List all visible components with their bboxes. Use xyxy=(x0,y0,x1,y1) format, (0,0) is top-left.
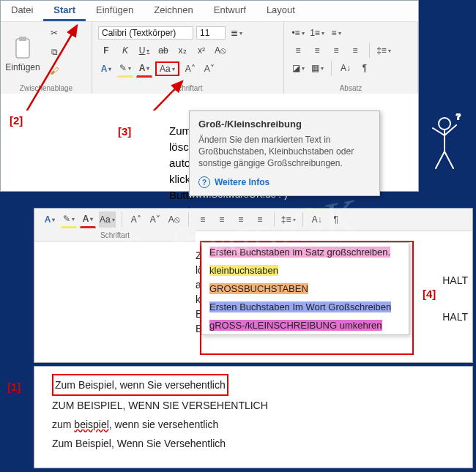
clipboard-icon xyxy=(12,36,33,61)
svg-point-4 xyxy=(439,118,450,130)
grow-font-button[interactable]: A˄ xyxy=(128,211,144,228)
tab-start[interactable]: Start xyxy=(43,1,86,21)
align-left-button[interactable]: ≡ xyxy=(195,211,211,228)
sort-button[interactable]: A↓ xyxy=(338,60,354,76)
menu-item-lowercase[interactable]: kleinbuchstaben xyxy=(202,261,409,280)
bold-button[interactable]: F xyxy=(98,42,114,59)
align-center-button[interactable]: ≡ xyxy=(309,42,325,59)
tooltip-body: Ändern Sie den markierten Text in Großbu… xyxy=(198,134,371,169)
copy-icon: ⧉ xyxy=(51,47,58,57)
ribbon-tabs: Datei Start Einfügen Zeichnen Entwurf La… xyxy=(1,1,418,22)
menu-item-uppercase[interactable]: GROSSBUCHSTABEN xyxy=(202,280,409,298)
font-color-button[interactable]: A▾ xyxy=(80,211,96,228)
group-font-title-2: Schriftart xyxy=(34,231,196,241)
change-case-button[interactable]: Aa▾ xyxy=(155,61,179,76)
shrink-font-button[interactable]: A˅ xyxy=(201,61,217,77)
stick-figure-icon: ? xyxy=(427,113,467,172)
justify-button[interactable]: ≡ xyxy=(347,42,363,59)
tooltip-more-link[interactable]: ? Weitere Infos xyxy=(198,176,371,188)
borders-button[interactable]: ▦▾ xyxy=(309,60,325,76)
label-4: [4] xyxy=(423,288,436,300)
group-paragraph-title: Absatz xyxy=(284,84,417,92)
font-name-select[interactable]: Calibri (Textkörper) xyxy=(98,26,193,40)
strike-button[interactable]: ab xyxy=(155,42,171,59)
number-list-button[interactable]: 1≡▾ xyxy=(309,25,325,41)
change-case-button-2[interactable]: Aa▾ xyxy=(99,211,116,228)
shrink-font-button[interactable]: A˅ xyxy=(147,211,163,228)
scissors-icon: ✂ xyxy=(51,28,58,38)
group-font-title: Schriftart xyxy=(92,84,283,92)
tooltip-title: Groß-/Kleinschreibung xyxy=(198,119,371,130)
highlight-button[interactable]: ✎▾ xyxy=(117,60,133,78)
label-1: [1] xyxy=(7,381,21,393)
copy-button[interactable]: ⧉ xyxy=(46,44,62,60)
menu-item-capitalize-each[interactable]: Ersten Buchstaben Im Wort Großschreiben xyxy=(202,298,409,316)
tab-datei[interactable]: Datei xyxy=(1,1,43,21)
show-marks-button[interactable]: ¶ xyxy=(357,60,373,76)
tab-einfuegen[interactable]: Einfügen xyxy=(86,1,144,21)
group-clipboard: Einfügen ✂ ⧉ 🖌 Zwischenablage xyxy=(1,22,92,94)
multilevel-list-button[interactable]: ≡▾ xyxy=(328,25,344,41)
grow-font-button[interactable]: A˄ xyxy=(182,61,198,77)
paste-label: Einfügen xyxy=(5,62,40,72)
tab-zeichnen[interactable]: Zeichnen xyxy=(144,1,203,21)
superscript-button[interactable]: x² xyxy=(193,42,209,59)
align-left-button[interactable]: ≡ xyxy=(290,42,306,59)
label-2: [2] xyxy=(10,114,23,127)
sort-button[interactable]: A↓ xyxy=(309,211,325,228)
subscript-button[interactable]: x₂ xyxy=(174,42,190,59)
menu-item-toggle-case[interactable]: gROSS-/kLEINSCHREIBUNG umkehren xyxy=(202,316,409,334)
change-case-tooltip: Groß-/Kleinschreibung Ändern Sie den mar… xyxy=(189,110,380,196)
group-paragraph: •≡▾ 1≡▾ ≡▾ ≡ ≡ ≡ ≡ ‡≡▾ ◪▾ ▦▾ A↓ xyxy=(284,22,418,94)
text-effect-button[interactable]: A▾ xyxy=(98,61,114,77)
svg-rect-1 xyxy=(19,37,26,41)
ribbon-row-2: A▾ ✎▾ A▾ Aa▾ A˄ A˅ A⦸ ≡ ≡ ≡ ≡ ‡≡▾ A↓ ¶ xyxy=(34,209,472,231)
bullets-button[interactable]: ≣▾ xyxy=(228,25,245,41)
underline-button[interactable]: U▾ xyxy=(136,42,152,59)
align-center-button[interactable]: ≡ xyxy=(214,211,230,228)
italic-button[interactable]: K xyxy=(117,42,133,59)
paste-button[interactable]: Einfügen xyxy=(7,36,39,68)
clear-format-button[interactable]: A⦸ xyxy=(166,211,182,228)
align-right-button[interactable]: ≡ xyxy=(328,42,344,59)
panel-samples: Zum Beispiel, wenn Sie versehentlich ZUM… xyxy=(34,366,473,468)
cut-button[interactable]: ✂ xyxy=(46,25,62,41)
tab-entwurf[interactable]: Entwurf xyxy=(204,1,256,21)
line-spacing-button[interactable]: ‡≡▾ xyxy=(280,211,297,228)
font-color-button[interactable]: A▾ xyxy=(136,60,152,78)
line-spacing-button[interactable]: ‡≡▾ xyxy=(376,42,392,59)
bullet-list-button[interactable]: •≡▾ xyxy=(290,25,306,41)
change-case-menu: Ersten Buchstaben im Satz großschreiben.… xyxy=(201,242,409,335)
panel-dropdown: A▾ ✎▾ A▾ Aa▾ A˄ A˅ A⦸ ≡ ≡ ≡ ≡ ‡≡▾ A↓ ¶ S… xyxy=(34,208,473,363)
right-text: HALT xyxy=(442,274,468,286)
info-icon: ? xyxy=(198,176,210,188)
sample-uppercase: ZUM BEISPIEL, WENN SIE VERSEHENTLICH xyxy=(52,396,455,415)
panel-ribbon: Datei Start Einfügen Zeichnen Entwurf La… xyxy=(0,0,419,192)
clear-format-button[interactable]: A⦸ xyxy=(212,42,228,59)
shading-button[interactable]: ◪▾ xyxy=(290,60,306,76)
text-effect-button[interactable]: A▾ xyxy=(42,211,58,228)
show-marks-button[interactable]: ¶ xyxy=(328,211,344,228)
tab-layout[interactable]: Layout xyxy=(256,1,305,21)
group-font: Calibri (Textkörper) 11 ≣▾ F K U▾ ab x₂ … xyxy=(92,22,284,94)
highlight-button[interactable]: ✎▾ xyxy=(61,211,77,228)
label-3: [3] xyxy=(118,125,131,138)
ribbon: Einfügen ✂ ⧉ 🖌 Zwischenablage Calibri (T… xyxy=(1,22,418,94)
format-painter-button[interactable]: 🖌 xyxy=(46,63,62,79)
justify-button[interactable]: ≡ xyxy=(252,211,268,228)
site-line: www.SoftwareOK.de :-) xyxy=(0,455,476,466)
align-right-button[interactable]: ≡ xyxy=(233,211,249,228)
sample-sentence-case: Zum Beispiel, wenn Sie versehentlich xyxy=(52,374,228,396)
brush-icon: 🖌 xyxy=(50,66,59,76)
font-size-select[interactable]: 11 xyxy=(196,26,226,40)
svg-text:?: ? xyxy=(456,113,461,121)
group-clipboard-title: Zwischenablage xyxy=(1,84,92,92)
sample-lowercase: zum beispiel, wenn sie versehentlich xyxy=(52,415,455,434)
menu-item-sentence-case[interactable]: Ersten Buchstaben im Satz großschreiben. xyxy=(202,243,409,261)
svg-rect-0 xyxy=(16,39,29,58)
sample-title-case: Zum Beispiel, Wenn Sie Versehentlich xyxy=(52,434,455,453)
right-text: HALT xyxy=(442,311,468,323)
